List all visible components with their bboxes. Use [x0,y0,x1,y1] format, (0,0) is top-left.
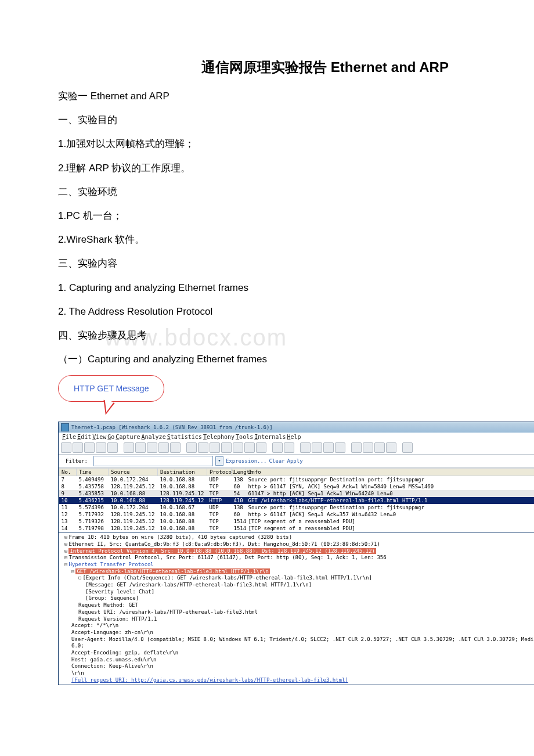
menu-statistics[interactable]: Statistics [167,434,202,440]
tree-toggle-icon[interactable]: ⊞ [64,541,67,547]
column-header[interactable]: Length [232,469,246,476]
message-line: [Message: GET /wireshark-labs/HTTP-ether… [61,582,534,589]
menu-capture[interactable]: Capture [116,434,140,440]
toolbar-icon[interactable] [272,442,283,453]
packet-row[interactable]: 115.57439610.0.172.20410.0.168.67UDP138S… [59,504,535,511]
connection-line: Connection: Keep-Alive\r\n [61,663,534,670]
contents-1: 1. Capturing and analyzing Ethernet fram… [58,280,534,296]
column-header[interactable]: Time [77,469,109,476]
column-header[interactable]: No. [59,469,77,476]
toolbar-icon[interactable] [323,442,334,453]
wireshark-logo-icon [61,423,69,431]
toolbar-icon[interactable] [312,442,322,453]
callout-text: HTTP GET Message [74,384,149,393]
http-header-line: Hypertext Transfer Protocol [68,561,153,567]
packet-row[interactable]: 95.43585310.0.168.88128.119.245.12TCP546… [59,490,535,497]
menu-view[interactable]: View [92,434,106,440]
toolbar-icon[interactable] [363,442,373,453]
experiment-title: 实验一 Ethernet and ARP [58,88,534,104]
step-1-heading: （一）Capturing and analyzing Ethernet fram… [58,351,534,367]
toolbar-icon[interactable] [158,442,169,453]
toolbar-icon[interactable] [244,442,255,453]
filter-expression-link[interactable]: Expression... [226,458,266,464]
packet-detail-tree[interactable]: ⊞Frame 10: 410 bytes on wire (3280 bits)… [59,532,534,685]
filter-dropdown-icon[interactable]: ▾ [215,456,223,466]
toolbar-icon[interactable] [107,442,118,453]
menu-analyze[interactable]: Analyze [142,434,166,440]
tree-toggle-icon[interactable]: ⊟ [78,575,81,581]
packet-row[interactable]: 145.719798128.119.245.1210.0.168.88TCP15… [59,525,535,532]
toolbar-icon[interactable] [221,442,232,453]
request-version-line: Request Version: HTTP/1.1 [61,616,534,623]
callout-bubble: HTTP GET Message [58,375,534,416]
toolbar-icon[interactable] [402,442,413,453]
crlf-line: \r\n [61,670,534,677]
ethernet-line: Ethernet II, Src: QuantaCo_db:9b:f3 (c8:… [68,541,380,547]
filter-apply-link[interactable]: Apply [287,458,302,464]
wireshark-window: Thernet-1.pcap [Wireshark 1.6.2 (SVN Rev… [58,422,534,685]
tcp-line: Transmission Control Protocol, Src Port:… [68,555,386,560]
toolbar-icon[interactable] [124,442,134,453]
full-request-uri-link[interactable]: [Full request URI: http://gaia.cs.umass.… [71,677,348,683]
tree-toggle-icon[interactable]: ⊞ [64,555,67,560]
toolbar-icon[interactable] [73,442,83,453]
group-line: [Group: Sequence] [61,595,534,602]
packet-row[interactable]: 85.435758128.119.245.1210.0.168.88TCP60h… [59,483,535,490]
menu-edit[interactable]: Edit [77,434,91,440]
tree-toggle-icon[interactable]: ⊟ [71,568,74,574]
toolbar-icon[interactable] [233,442,243,453]
request-method-line: Request Method: GET [61,602,534,609]
toolbar-icon[interactable] [135,442,146,453]
packet-row[interactable]: 125.717932128.119.245.1210.0.168.88TCP60… [59,511,535,518]
toolbar-icon[interactable] [386,442,396,453]
filter-input[interactable] [93,456,213,466]
tree-toggle-icon[interactable]: ⊞ [64,534,67,540]
objective-1: 1.加强对以太网帧格式的理解； [58,136,534,152]
menu-tools[interactable]: Tools [236,434,253,440]
toolbar-icon[interactable] [351,442,362,453]
toolbar-icon[interactable] [61,442,71,453]
toolbar-icon[interactable] [198,442,208,453]
column-header[interactable]: Source [109,469,158,476]
toolbar-icon[interactable] [300,442,311,453]
tree-toggle-icon[interactable]: ⊞ [64,548,67,554]
request-uri-line: Request URI: /wireshark-labs/HTTP-ethere… [61,609,534,616]
menu-help[interactable]: Help [287,434,301,440]
toolbar-icon[interactable] [284,442,294,453]
menu-internals[interactable]: Internals [254,434,286,440]
accept-language-line: Accept-Language: zh-cn\r\n [61,629,534,636]
window-title: Thernet-1.pcap [Wireshark 1.6.2 (SVN Rev… [71,424,534,430]
get-line: GET /wireshark-labs/HTTP-ethereal-lab-fi… [75,568,270,574]
environment-1: 1.PC 机一台； [58,208,534,224]
column-header[interactable]: Info [246,469,535,476]
packet-row[interactable]: 75.40949910.0.172.20410.0.168.88UDP138So… [59,476,535,484]
packet-row[interactable]: 105.43621510.0.168.88128.119.245.12HTTP4… [59,497,535,504]
toolbar-icon[interactable] [84,442,95,453]
accept-line: Accept: */*\r\n [61,622,534,629]
toolbar-icon[interactable] [96,442,106,453]
steps-heading: 四、实验步骤及思考 [58,327,534,343]
filter-clear-link[interactable]: Clear [269,458,284,464]
tree-toggle-icon[interactable]: ⊟ [64,561,67,567]
toolbar-icon[interactable] [256,442,266,453]
packet-row[interactable]: 135.719326128.119.245.1210.0.168.88TCP15… [59,518,535,525]
menu-file[interactable]: File [62,434,76,440]
ip-line: Internet Protocol Version 4, Src: 10.0.1… [68,548,376,554]
menu-go[interactable]: Go [107,434,114,440]
toolbar-icon[interactable] [170,442,181,453]
toolbar-icon[interactable] [210,442,220,453]
host-line: Host: gaia.cs.umass.edu\r\n [61,657,534,664]
toolbar-icon[interactable] [186,442,197,453]
callout-tail-icon [100,400,115,416]
toolbar-icon[interactable] [335,442,345,453]
objective-2: 2.理解 ARP 协议的工作原理。 [58,160,534,176]
packet-list-table[interactable]: No.TimeSourceDestinationProtocolLengthIn… [59,468,534,532]
column-header[interactable]: Destination [158,469,207,476]
severity-line: [Severity level: Chat] [61,589,534,596]
frame-line: Frame 10: 410 bytes on wire (3280 bits),… [68,534,292,540]
toolbar-icon[interactable] [374,442,385,453]
contents-heading: 三、实验内容 [58,255,534,271]
toolbar-icon[interactable] [147,442,157,453]
menu-telephony[interactable]: Telephony [203,434,234,440]
column-header[interactable]: Protocol [207,469,232,476]
